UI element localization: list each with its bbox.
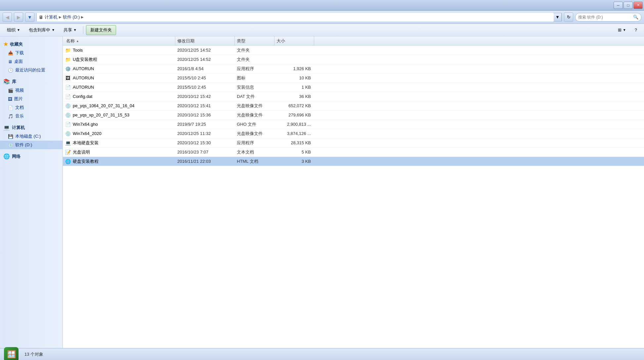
views-arrow-icon: ▼ [623,28,626,32]
download-icon: 📥 [8,51,13,56]
file-date-cell: 2020/10/12 15:41 [175,103,235,108]
table-row[interactable]: 🖼 AUTORUN 2015/5/10 2:45 图标 10 KB [63,73,644,83]
table-row[interactable]: 📝 光盘说明 2016/10/23 7:07 文本文档 5 KB [63,148,644,157]
sidebar-document-label: 文档 [15,105,24,111]
file-date-cell: 2020/12/25 14:52 [175,48,235,53]
file-type-icon: 🖼 [65,75,71,81]
close-button[interactable]: ✕ [633,2,643,9]
organize-button[interactable]: 组织 ▼ [3,25,24,35]
file-size-cell: 1 KB [275,85,314,90]
refresh-button[interactable]: ↻ [564,13,573,22]
search-input[interactable] [578,15,632,20]
sidebar-image-label: 图片 [14,96,23,102]
file-name-cell: 💿 Win7x64_2020 [63,131,175,137]
views-icon: ⊞ [618,27,622,32]
table-row[interactable]: 📄 Win7x64.gho 2019/9/7 19:25 GHO 文件 2,90… [63,120,644,129]
table-row[interactable]: 📄 AUTORUN 2015/5/10 2:45 安装信息 1 KB [63,83,644,92]
table-row[interactable]: 📁 U盘安装教程 2020/12/25 14:52 文件夹 [63,55,644,64]
sidebar-library-label: 库 [12,79,16,85]
minimize-button[interactable]: ─ [614,2,623,9]
library-button[interactable]: 包含到库中 ▼ [25,25,59,35]
breadcrumb-computer[interactable]: 计算机 [45,14,58,20]
statusbar: 🪟 13 个对象 [0,348,644,360]
sidebar-item-d-drive[interactable]: 💿 软件 (D:) [0,141,63,149]
recent-locations-button[interactable]: ▼ [25,13,34,22]
address-bar: ◀ ▶ ▼ 🖥 计算机 ▶ 软件 (D:) ▶ ▼ ↻ 🔍 [0,11,644,24]
col-header-type[interactable]: 类型 [235,36,275,45]
col-header-name[interactable]: 名称 ▲ [63,36,175,45]
share-button[interactable]: 共享 ▼ [60,25,80,35]
toolbar-separator [83,26,83,34]
sidebar-favorites-label: 收藏夹 [10,41,23,47]
d-drive-icon: 💿 [8,143,13,148]
file-size-cell: 28,315 KB [275,140,314,145]
table-row[interactable]: 💿 pe_yqs_1064_20_07_31_16_04 2020/10/12 … [63,101,644,111]
breadcrumb-arrow-2: ▶ [81,15,84,19]
status-count: 13 个对象 [24,351,43,357]
sidebar-item-download[interactable]: 📥 下载 [0,49,63,57]
breadcrumb-drive[interactable]: 软件 (D:) [63,14,80,20]
table-row[interactable]: 📁 Tools 2020/12/25 14:52 文件夹 [63,46,644,55]
file-name-label: 光盘说明 [73,149,90,155]
file-date-cell: 2020/12/25 11:32 [175,131,235,136]
file-date-cell: 2020/12/25 14:52 [175,57,235,62]
sidebar-item-video[interactable]: 🎬 视频 [0,86,63,95]
file-size-cell: 10 KB [275,75,314,80]
video-icon: 🎬 [8,88,13,93]
file-name-cell: 💿 pe_yqs_xp_20_07_31_15_53 [63,112,175,118]
file-type-cell: 安装信息 [235,84,275,90]
sidebar-recent-label: 最近访问的位置 [15,67,45,73]
address-dropdown[interactable]: ▼ [554,13,562,22]
file-name-cell: 💻 本地硬盘安装 [63,140,175,146]
file-name-label: AUTORUN [73,66,94,71]
file-type-cell: 图标 [235,75,275,81]
table-row[interactable]: 📄 Config.dat 2020/10/12 15:42 DAT 文件 36 … [63,92,644,101]
sidebar-item-image[interactable]: 🖼 图片 [0,95,63,103]
table-row[interactable]: ⚙️ AUTORUN 2016/1/8 4:54 应用程序 1,926 KB [63,64,644,73]
back-button[interactable]: ◀ [3,13,12,22]
sidebar-favorites-header[interactable]: ★ 收藏夹 [0,40,63,49]
table-row[interactable]: 💿 pe_yqs_xp_20_07_31_15_53 2020/10/12 15… [63,111,644,120]
file-name-label: Tools [73,48,83,53]
sidebar-item-document[interactable]: 📄 文档 [0,103,63,112]
help-button[interactable]: ? [631,25,641,35]
table-row[interactable]: 🌐 硬盘安装教程 2016/11/21 22:03 HTML 文档 3 KB [63,157,644,166]
file-type-cell: 光盘映像文件 [235,112,275,118]
file-type-cell: 应用程序 [235,140,275,146]
sidebar-item-desktop[interactable]: 🖥 桌面 [0,57,63,66]
file-name-label: Win7x64.gho [73,122,98,127]
library-label: 包含到库中 [29,27,50,33]
table-row[interactable]: 💿 Win7x64_2020 2020/12/25 11:32 光盘映像文件 3… [63,129,644,138]
desktop-icon: 🖥 [8,59,12,64]
file-type-icon: 💿 [65,131,71,137]
file-list: 📁 Tools 2020/12/25 14:52 文件夹 📁 U盘安装教程 20… [63,46,644,348]
file-type-cell: 文本文档 [235,149,275,155]
file-name-cell: 📄 Config.dat [63,94,175,100]
col-header-size[interactable]: 大小 [275,36,314,45]
sidebar-network-header[interactable]: 🌐 网络 [0,152,63,161]
file-size-cell: 279,696 KB [275,112,314,117]
table-row[interactable]: 💻 本地硬盘安装 2020/10/12 15:30 应用程序 28,315 KB [63,138,644,148]
forward-button[interactable]: ▶ [14,13,23,22]
file-name-label: pe_yqs_xp_20_07_31_15_53 [73,112,129,117]
sidebar-item-c-drive[interactable]: 💾 本地磁盘 (C:) [0,132,63,141]
library-icon: 📚 [3,78,10,85]
app-logo: 🪟 [4,347,19,360]
help-icon: ? [635,27,637,32]
sidebar-item-music[interactable]: 🎵 音乐 [0,112,63,120]
sidebar-library-header[interactable]: 📚 库 [0,77,63,86]
col-type-label: 类型 [237,38,245,44]
file-list-header: 名称 ▲ 修改日期 类型 大小 [63,36,644,46]
maximize-button[interactable]: □ [623,2,633,9]
file-date-cell: 2020/10/12 15:42 [175,94,235,99]
views-button[interactable]: ⊞ ▼ [614,25,630,35]
file-name-label: 本地硬盘安装 [73,140,99,146]
sidebar-computer-header[interactable]: 💻 计算机 [0,123,63,132]
organize-arrow-icon: ▼ [17,28,20,32]
sidebar-item-recent[interactable]: 🕒 最近访问的位置 [0,66,63,74]
sidebar-desktop-label: 桌面 [14,59,23,65]
file-name-label: AUTORUN [73,75,94,80]
new-folder-button[interactable]: 新建文件夹 [86,25,116,35]
col-header-date[interactable]: 修改日期 [175,36,235,45]
file-type-icon: 📄 [65,84,71,90]
